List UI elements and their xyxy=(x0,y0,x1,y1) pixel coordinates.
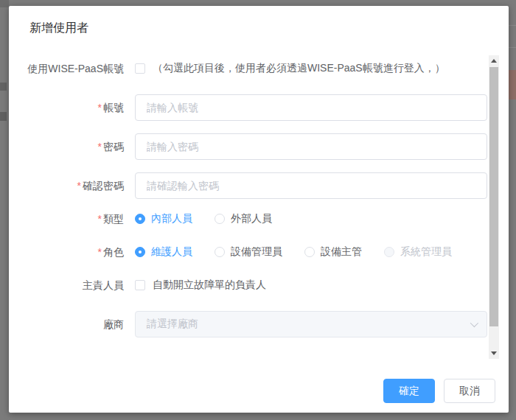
dialog-body: 使用WISE-PaaS帳號 （勾選此項目後，使用者必須透過WISE-PaaS帳號… xyxy=(9,55,499,359)
vendor-select[interactable]: 請選擇廠商 xyxy=(135,311,487,337)
confirm-password-input[interactable] xyxy=(135,172,487,199)
scroll-down-icon xyxy=(491,351,497,355)
radio-role-maintainer[interactable]: 維護人員 xyxy=(135,245,192,259)
cancel-button[interactable]: 取消 xyxy=(444,379,495,403)
background-page-artifact xyxy=(0,0,9,7)
radio-icon xyxy=(215,214,225,224)
radio-icon xyxy=(384,247,394,257)
radio-icon xyxy=(135,214,145,224)
chevron-down-icon xyxy=(470,319,478,327)
radio-type-internal[interactable]: 內部人員 xyxy=(135,212,192,225)
confirm-button[interactable]: 確定 xyxy=(383,379,435,403)
account-input[interactable] xyxy=(135,94,487,121)
background-page-artifact xyxy=(509,70,516,99)
dialog-title: 新增使用者 xyxy=(29,20,88,36)
radio-role-system-admin: 系統管理員 xyxy=(384,245,452,259)
dialog-scrollbar[interactable] xyxy=(489,55,499,359)
background-page-artifact xyxy=(0,83,7,91)
confirm-password-label: *確認密碼 xyxy=(21,178,124,193)
form-row-owner: 主責人員 自動開立故障單的負責人 xyxy=(9,278,489,293)
required-asterisk: * xyxy=(98,141,102,153)
scrollbar-thumb[interactable] xyxy=(489,67,498,326)
vendor-select-placeholder: 請選擇廠商 xyxy=(147,318,198,331)
required-asterisk: * xyxy=(98,246,102,258)
password-input[interactable] xyxy=(135,133,487,160)
form-row-wise-paas: 使用WISE-PaaS帳號 （勾選此項目後，使用者必須透過WISE-PaaS帳號… xyxy=(9,61,489,76)
form-row-password: *密碼 xyxy=(9,133,489,160)
form-row-vendor: 廠商 請選擇廠商 xyxy=(9,311,489,337)
scroll-up-icon xyxy=(491,59,497,63)
form-row-account: *帳號 xyxy=(9,94,489,121)
scroll-up-button[interactable] xyxy=(489,55,499,66)
form-row-confirm-password: *確認密碼 xyxy=(9,172,489,199)
background-page-artifact xyxy=(509,47,516,48)
radio-type-external[interactable]: 外部人員 xyxy=(215,212,272,225)
wise-paas-checkbox[interactable] xyxy=(135,63,145,74)
required-asterisk: * xyxy=(98,102,102,113)
required-asterisk: * xyxy=(77,180,81,192)
add-user-form: 使用WISE-PaaS帳號 （勾選此項目後，使用者必須透過WISE-PaaS帳號… xyxy=(9,55,489,350)
radio-icon xyxy=(215,247,225,257)
role-label: *角色 xyxy=(21,245,124,259)
scroll-down-button[interactable] xyxy=(489,348,499,359)
owner-checkbox[interactable] xyxy=(135,280,145,290)
background-page-artifact xyxy=(509,25,516,26)
dialog-footer: 確定 取消 xyxy=(9,359,509,413)
owner-checkbox-label: 自動開立故障單的負責人 xyxy=(153,279,266,292)
form-row-role: *角色 維護人員 設備管理員 設備主管 xyxy=(9,245,489,259)
add-user-dialog: 新增使用者 使用WISE-PaaS帳號 （勾選此項目後，使用者必須透過WISE-… xyxy=(9,6,509,413)
radio-role-equipment-supervisor[interactable]: 設備主管 xyxy=(304,245,362,259)
owner-label: 主責人員 xyxy=(21,278,124,293)
form-row-type: *類型 內部人員 外部人員 xyxy=(9,211,489,226)
radio-role-equipment-admin[interactable]: 設備管理員 xyxy=(215,245,282,259)
type-label: *類型 xyxy=(21,211,124,226)
vendor-label: 廠商 xyxy=(21,317,124,332)
radio-icon xyxy=(304,247,315,257)
wise-paas-label: 使用WISE-PaaS帳號 xyxy=(21,61,124,76)
radio-icon xyxy=(135,247,145,257)
password-label: *密碼 xyxy=(21,139,124,154)
wise-paas-note: （勾選此項目後，使用者必須透過WISE-PaaS帳號進行登入，） xyxy=(153,62,445,75)
required-asterisk: * xyxy=(98,213,102,225)
background-page-artifact xyxy=(0,112,7,121)
account-label: *帳號 xyxy=(21,100,124,115)
